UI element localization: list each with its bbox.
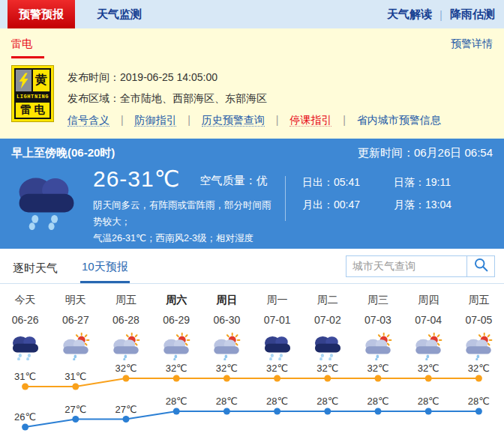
temp-label-high: 32℃	[216, 363, 238, 374]
temp-label-low: 26℃	[14, 411, 36, 423]
temp-point-low	[22, 424, 28, 431]
forecast-day-column[interactable]: 周五07-05	[454, 294, 504, 361]
tab-hourly-weather[interactable]: 逐时天气	[11, 249, 59, 283]
link-province-city-warnings[interactable]: 省内城市预警信息	[357, 114, 441, 126]
sunrise: 日出：05:41	[302, 176, 394, 190]
temp-line-low	[26, 411, 479, 427]
warning-sign-grid: 黄 LIGHTNING 雷 电	[14, 68, 51, 119]
temp-point-low	[224, 408, 230, 415]
publish-area-value: 全市陆地、西部海区、东部海区	[120, 92, 267, 104]
sunrise-value: 05:41	[334, 176, 360, 188]
temp-label-high: 32℃	[316, 363, 338, 374]
forecast-day-column[interactable]: 周二07-02	[302, 294, 352, 361]
weather-icon-shower-sun	[202, 333, 252, 361]
temp-point-high	[22, 384, 28, 390]
weather-icon-shower-sun	[50, 333, 100, 361]
tab-warning-forecast[interactable]: 预警预报	[8, 0, 75, 28]
ten-day-forecast: 今天06-26 明天06-27 周五06-28	[0, 284, 504, 442]
weather-icon-shower-sun	[404, 333, 454, 361]
forecast-day-column[interactable]: 周六06-29	[152, 294, 202, 361]
moonrise-value: 00:47	[334, 199, 360, 211]
sunset: 日落：19:11	[394, 176, 485, 190]
temp-point-low	[123, 416, 130, 423]
link-weather-interpretation[interactable]: 天气解读	[387, 7, 432, 22]
moonset-label: 月落：	[394, 199, 425, 211]
forecast-period: 早上至傍晚(06-20时)	[11, 146, 115, 160]
lightning-bolt-icon	[16, 70, 33, 91]
day-name: 周五	[100, 294, 151, 307]
link-class-suspension-guide[interactable]: 停课指引	[290, 114, 332, 127]
day-date: 07-02	[302, 314, 352, 326]
temp-point-high	[375, 375, 382, 382]
link-signal-meaning[interactable]: 信号含义	[68, 114, 110, 127]
temperature-chart: 31℃31℃32℃32℃32℃32℃32℃32℃32℃32℃26℃27℃27℃2…	[0, 363, 504, 441]
moonset-value: 13:04	[425, 199, 452, 211]
day-name: 今天	[0, 294, 50, 307]
search-icon	[473, 257, 489, 276]
temp-label-low: 28℃	[166, 396, 188, 407]
forecast-day-column[interactable]: 今天06-26	[0, 294, 50, 361]
alert-links-row: 信号含义 | 防御指引 | 历史预警查询 | 停课指引 | 省内城市预警信息	[68, 114, 441, 127]
link-divider: |	[343, 114, 346, 126]
forecast-day-column[interactable]: 周日06-30	[202, 294, 252, 361]
link-defense-guide[interactable]: 防御指引	[134, 114, 176, 127]
weather-panel-header: 早上至傍晚(06-20时) 更新时间：06月26日 06:54	[0, 146, 504, 160]
temp-label-low: 28℃	[266, 396, 288, 407]
day-name: 周日	[202, 294, 252, 307]
city-weather-search-input[interactable]	[346, 255, 467, 277]
top-nav: 预警预报 天气监测 天气解读 | 降雨估测	[0, 0, 504, 28]
weather-icon-shower-sun	[100, 333, 151, 361]
weather-description-line2: 气温26-31℃；西南风2-3级；相对湿度70%-95%	[93, 230, 278, 249]
day-name: 周一	[252, 294, 302, 307]
weather-summary: 26-31℃ 空气质量：优 阴天间多云，有阵雨或雷阵雨，部分时间雨势较大； 气温…	[93, 164, 278, 249]
temp-label-low: 28℃	[418, 396, 440, 407]
warning-english-text: LIGHTNING	[16, 91, 50, 101]
weather-icon-rain	[252, 333, 302, 361]
search-button[interactable]	[467, 255, 495, 277]
air-quality-value: 优	[256, 174, 267, 187]
alert-type-tab[interactable]: 雷电	[11, 36, 44, 58]
air-quality: 空气质量：优	[200, 174, 267, 188]
city-weather-search	[346, 249, 495, 283]
temp-label-low: 27℃	[115, 404, 136, 415]
temp-point-high	[324, 375, 331, 382]
lightning-warning-sign: 黄 LIGHTNING 雷 电	[11, 65, 54, 122]
weather-description-line1: 阴天间多云，有阵雨或雷阵雨，部分时间雨势较大；	[93, 197, 278, 230]
temp-label-low: 28℃	[316, 396, 338, 407]
publish-time-label: 发布时间：	[68, 71, 120, 83]
forecast-day-column[interactable]: 周一07-01	[252, 294, 302, 361]
temp-point-high	[173, 375, 180, 382]
temp-point-high	[274, 375, 280, 382]
day-date: 07-04	[404, 314, 454, 326]
temp-label-low: 28℃	[468, 396, 490, 407]
link-history-warning-query[interactable]: 历史预警查询	[202, 114, 265, 127]
nav-link-divider: |	[440, 8, 442, 21]
tab-ten-day-forecast[interactable]: 10天预报	[80, 249, 130, 283]
update-time-label: 更新时间：	[358, 146, 414, 159]
forecast-day-column[interactable]: 周三07-03	[352, 294, 403, 361]
temp-line-high	[26, 378, 479, 387]
temp-point-high	[123, 375, 130, 382]
update-time: 更新时间：06月26日 06:54	[358, 146, 493, 160]
tab-weather-monitor[interactable]: 天气监测	[86, 0, 153, 28]
weather-icon-shower-sun	[352, 333, 403, 361]
temp-label-high: 32℃	[266, 363, 288, 374]
alert-header: 雷电 预警详情	[11, 36, 493, 58]
temp-point-high	[224, 375, 230, 382]
link-rain-estimation[interactable]: 降雨估测	[450, 7, 495, 22]
forecast-day-column[interactable]: 周五06-28	[100, 294, 151, 361]
day-date: 06-29	[152, 314, 202, 326]
day-date: 06-26	[0, 314, 50, 326]
forecast-day-column[interactable]: 明天06-27	[50, 294, 100, 361]
forecast-grid: 今天06-26 明天06-27 周五06-28	[0, 294, 504, 361]
forecast-day-column[interactable]: 周四07-04	[404, 294, 454, 361]
moonset: 月落：13:04	[394, 199, 485, 212]
alert-detail-link[interactable]: 预警详情	[451, 37, 493, 51]
temp-label-high: 32℃	[468, 363, 490, 374]
temperature-row: 26-31℃ 空气质量：优	[93, 166, 278, 192]
day-name: 明天	[50, 294, 100, 307]
weather-icon-shower-sun	[454, 333, 504, 361]
warning-sign-top-row: 黄	[16, 70, 50, 91]
link-divider: |	[276, 114, 279, 126]
temp-point-low	[375, 408, 382, 415]
